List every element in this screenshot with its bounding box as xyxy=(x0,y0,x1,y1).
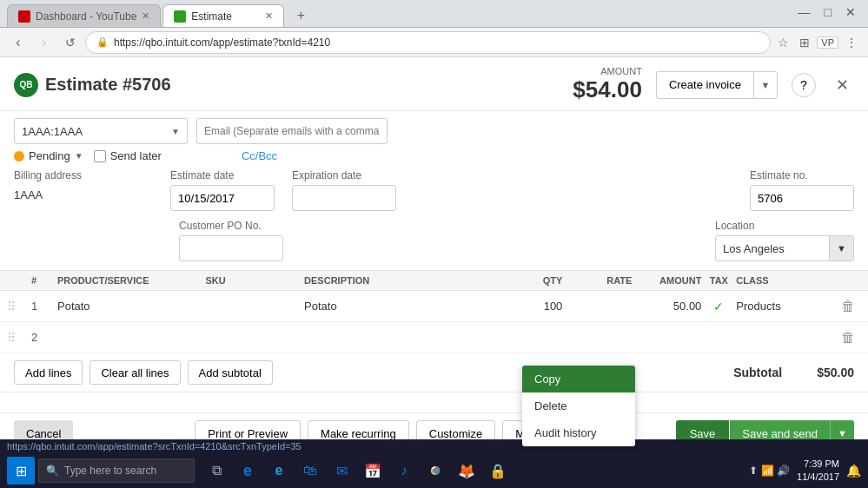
email-input[interactable] xyxy=(196,118,388,144)
browser-right-icons: ☆ ⊞ VP ⋮ xyxy=(774,36,861,49)
location-arrow: ▼ xyxy=(829,236,853,260)
browser-tab-youtube[interactable]: Dashboard - YouTube ✕ xyxy=(7,4,161,27)
col-num-header: # xyxy=(31,275,57,286)
row-1-product[interactable]: Potato xyxy=(57,300,205,313)
address-bar[interactable]: 🔒 https://qbo.intuit.com/app/estimate?tx… xyxy=(85,31,771,54)
taskbar: ⊞ 🔍 Type here to search ⧉ e e 🛍 ✉ 📅 ♪ 🦊 … xyxy=(0,453,868,488)
taskbar-date: 11/4/2017 xyxy=(797,471,839,484)
form-row-1: 1AAA:1AAA ▼ xyxy=(0,111,868,148)
search-icon: 🔍 xyxy=(46,465,59,477)
context-menu-item-copy[interactable]: Copy xyxy=(522,366,635,392)
customer-dropdown-arrow: ▼ xyxy=(171,127,180,136)
location-group: Location Los Angeles ▼ xyxy=(715,220,854,261)
extensions-icon[interactable]: ⊞ xyxy=(796,36,813,49)
send-later-group: Send later xyxy=(94,149,162,162)
expiration-date-input[interactable] xyxy=(292,185,396,211)
row-1-amount: 50.00 xyxy=(632,300,701,313)
estimate-date-label: Estimate date xyxy=(170,169,275,181)
doc-header-right: AMOUNT $54.00 Create invoice ▼ ? ✕ xyxy=(573,66,854,103)
table-row-2: ⠿ 2 🗑 xyxy=(0,322,868,353)
context-menu-item-delete[interactable]: Delete xyxy=(522,392,635,419)
youtube-tab-label: Dashboard - YouTube xyxy=(36,10,136,23)
back-btn[interactable]: ‹ xyxy=(7,31,30,54)
row-1-delete[interactable]: 🗑 xyxy=(835,299,861,314)
row-1-desc[interactable]: Potato xyxy=(304,300,501,313)
taskbar-icon-task-view[interactable]: ⧉ xyxy=(202,455,231,486)
taskbar-icon-music[interactable]: ♪ xyxy=(389,455,419,486)
context-menu: Copy Delete Audit history xyxy=(522,366,635,446)
row-1-num: 1 xyxy=(31,300,57,313)
drag-handle-1[interactable]: ⠿ xyxy=(7,300,31,313)
menu-icon[interactable]: ⋮ xyxy=(842,36,861,49)
row-1-qty[interactable]: 100 xyxy=(501,300,562,313)
taskbar-clock: 7:39 PM 11/4/2017 xyxy=(797,458,839,485)
customer-po-input[interactable] xyxy=(179,235,283,261)
cc-bcc-link[interactable]: Cc/Bcc xyxy=(242,149,277,162)
qbo-tab-close[interactable]: ✕ xyxy=(265,10,273,22)
taskbar-icon-firefox[interactable]: 🦊 xyxy=(452,455,481,486)
refresh-btn[interactable]: ↺ xyxy=(59,31,82,54)
row-2-delete[interactable]: 🗑 xyxy=(835,330,861,346)
po-location-row: Customer PO No. Location Los Angeles ▼ xyxy=(0,220,868,270)
address-url: https://qbo.intuit.com/app/estimate?txnI… xyxy=(114,36,330,49)
browser-tab-qbo[interactable]: Estimate ✕ xyxy=(162,4,284,27)
document-close-button[interactable]: ✕ xyxy=(830,73,854,97)
clear-all-lines-button[interactable]: Clear all lines xyxy=(89,360,180,385)
taskbar-icon-ie[interactable]: e xyxy=(264,455,294,486)
create-invoice-arrow[interactable]: ▼ xyxy=(753,71,778,99)
send-later-label: Send later xyxy=(110,149,162,162)
taskbar-icon-edge[interactable]: e xyxy=(233,455,262,486)
start-button[interactable]: ⊞ xyxy=(7,457,35,485)
col-action-header xyxy=(835,275,861,286)
svg-point-1 xyxy=(433,468,438,473)
location-select[interactable]: Los Angeles ▼ xyxy=(715,235,854,261)
table-section: # PRODUCT/SERVICE SKU DESCRIPTION QTY RA… xyxy=(0,270,868,392)
add-subtotal-button[interactable]: Add subtotal xyxy=(188,360,273,385)
status-bar: https://qbo.intuit.com/app/estimate?srcT… xyxy=(0,439,868,453)
star-icon[interactable]: ☆ xyxy=(774,36,792,49)
drag-handle-2[interactable]: ⠿ xyxy=(7,331,31,345)
help-button[interactable]: ? xyxy=(792,73,816,97)
browser-navbar: ‹ › ↺ 🔒 https://qbo.intuit.com/app/estim… xyxy=(0,28,868,57)
row-1-class[interactable]: Products xyxy=(736,300,835,313)
youtube-tab-close[interactable]: ✕ xyxy=(142,10,149,22)
estimate-date-input[interactable] xyxy=(170,185,275,211)
table-bottom-actions: Add lines Clear all lines Add subtotal S… xyxy=(0,353,868,392)
add-lines-button[interactable]: Add lines xyxy=(14,360,83,385)
col-handle-header xyxy=(7,275,31,286)
maximize-btn[interactable]: □ xyxy=(819,5,837,19)
location-value: Los Angeles xyxy=(716,242,829,255)
estimate-no-input[interactable] xyxy=(750,185,854,211)
taskbar-icon-calendar[interactable]: 📅 xyxy=(358,455,388,486)
expiration-date-group: Expiration date xyxy=(292,169,396,211)
context-menu-item-audit[interactable]: Audit history xyxy=(522,419,635,446)
minimize-btn[interactable]: — xyxy=(793,5,816,19)
taskbar-icon-vpn[interactable]: 🔒 xyxy=(483,455,513,486)
forward-btn[interactable]: › xyxy=(33,31,56,54)
col-tax-header: TAX xyxy=(701,275,736,286)
taskbar-right: ⬆ 📶 🔊 7:39 PM 11/4/2017 🔔 xyxy=(749,458,861,485)
close-btn[interactable]: ✕ xyxy=(840,5,861,19)
send-later-checkbox[interactable] xyxy=(94,150,106,162)
taskbar-search[interactable]: 🔍 Type here to search xyxy=(38,458,195,483)
taskbar-icon-store[interactable]: 🛍 xyxy=(295,455,325,486)
row-1-tax[interactable]: ✓ xyxy=(701,300,736,313)
create-invoice-main[interactable]: Create invoice xyxy=(656,71,753,99)
vpcontroller-icon[interactable]: VP xyxy=(817,36,838,49)
taskbar-icon-chrome[interactable] xyxy=(421,455,450,486)
notification-icon[interactable]: 🔔 xyxy=(846,464,861,478)
taskbar-icon-mail[interactable]: ✉ xyxy=(327,455,356,486)
form-row-2: Pending ▼ Send later Cc/Bcc xyxy=(0,148,868,169)
taskbar-time: 7:39 PM xyxy=(797,458,839,471)
lock-icon: 🔒 xyxy=(96,36,109,48)
customer-select[interactable]: 1AAA:1AAA ▼ xyxy=(14,118,188,144)
estimate-no-label: Estimate no. xyxy=(750,169,854,181)
pending-badge[interactable]: Pending ▼ xyxy=(14,149,83,162)
col-amount-header: AMOUNT xyxy=(632,275,701,286)
subtotal-area: Subtotal $50.00 xyxy=(733,366,854,379)
amount-label: AMOUNT xyxy=(573,66,642,76)
new-tab-btn[interactable]: + xyxy=(289,4,312,27)
amount-value: $54.00 xyxy=(573,76,642,103)
row-2-num: 2 xyxy=(31,331,57,344)
subtotal-value: $50.00 xyxy=(817,366,854,379)
